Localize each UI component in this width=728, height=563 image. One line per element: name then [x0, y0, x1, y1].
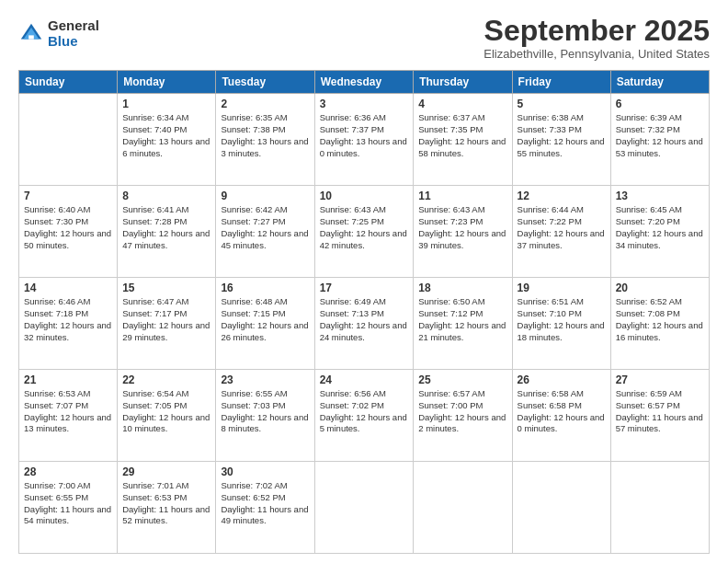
day-info: Sunrise: 7:02 AM Sunset: 6:52 PM Dayligh…: [221, 480, 309, 527]
sunset-label: Sunset: 6:57 PM: [616, 400, 680, 410]
day-info: Sunrise: 6:39 AM Sunset: 7:32 PM Dayligh…: [616, 112, 704, 159]
sunrise-label: Sunrise: 6:49 AM: [320, 296, 386, 306]
sunset-label: Sunset: 7:27 PM: [221, 216, 285, 226]
sunrise-label: Sunrise: 6:59 AM: [616, 388, 682, 398]
table-row: 8 Sunrise: 6:41 AM Sunset: 7:28 PM Dayli…: [118, 186, 216, 278]
col-sunday: Sunday: [19, 71, 118, 94]
col-thursday: Thursday: [414, 71, 512, 94]
day-info: Sunrise: 6:41 AM Sunset: 7:28 PM Dayligh…: [122, 204, 210, 251]
sunset-label: Sunset: 7:28 PM: [122, 216, 187, 226]
day-info: Sunrise: 6:58 AM Sunset: 6:58 PM Dayligh…: [518, 388, 606, 435]
day-info: Sunrise: 6:49 AM Sunset: 7:13 PM Dayligh…: [320, 296, 409, 343]
day-info: Sunrise: 6:50 AM Sunset: 7:12 PM Dayligh…: [418, 296, 506, 343]
day-info: Sunrise: 6:51 AM Sunset: 7:10 PM Dayligh…: [518, 296, 606, 343]
sunset-label: Sunset: 7:38 PM: [221, 124, 285, 134]
sunset-label: Sunset: 7:23 PM: [418, 216, 483, 226]
daylight-label: Daylight: 12 hours and 50 minutes.: [24, 228, 111, 250]
daylight-label: Daylight: 12 hours and 55 minutes.: [518, 136, 605, 158]
table-row: 1 Sunrise: 6:34 AM Sunset: 7:40 PM Dayli…: [118, 94, 216, 186]
day-number: 15: [122, 282, 210, 294]
col-monday: Monday: [118, 71, 216, 94]
sunset-label: Sunset: 7:18 PM: [24, 308, 88, 318]
day-number: 5: [518, 98, 606, 110]
table-row: 30 Sunrise: 7:02 AM Sunset: 6:52 PM Dayl…: [216, 462, 314, 554]
table-row: 10 Sunrise: 6:43 AM Sunset: 7:25 PM Dayl…: [314, 186, 414, 278]
day-number: 8: [122, 190, 210, 202]
day-number: 26: [518, 373, 606, 386]
day-info: Sunrise: 6:35 AM Sunset: 7:38 PM Dayligh…: [221, 112, 309, 159]
sunset-label: Sunset: 7:12 PM: [418, 308, 483, 318]
day-number: 23: [221, 373, 309, 386]
logo: General Blue: [18, 18, 99, 49]
sunset-label: Sunset: 7:15 PM: [221, 308, 285, 318]
day-number: 27: [616, 373, 704, 386]
daylight-label: Daylight: 12 hours and 58 minutes.: [418, 136, 506, 158]
daylight-label: Daylight: 11 hours and 49 minutes.: [221, 504, 308, 526]
day-info: Sunrise: 6:57 AM Sunset: 7:00 PM Dayligh…: [418, 388, 506, 435]
day-info: Sunrise: 6:52 AM Sunset: 7:08 PM Dayligh…: [616, 296, 704, 343]
sunrise-label: Sunrise: 6:39 AM: [616, 112, 682, 122]
table-row: 5 Sunrise: 6:38 AM Sunset: 7:33 PM Dayli…: [512, 94, 610, 186]
table-row: 12 Sunrise: 6:44 AM Sunset: 7:22 PM Dayl…: [512, 186, 610, 278]
day-number: 28: [24, 465, 112, 478]
day-number: 25: [418, 373, 506, 386]
sunrise-label: Sunrise: 6:45 AM: [616, 204, 682, 214]
month-title: September 2025: [483, 15, 710, 47]
table-row: 23 Sunrise: 6:55 AM Sunset: 7:03 PM Dayl…: [216, 370, 314, 462]
col-tuesday: Tuesday: [216, 71, 314, 94]
sunset-label: Sunset: 7:10 PM: [518, 308, 582, 318]
daylight-label: Daylight: 13 hours and 6 minutes.: [122, 136, 210, 158]
day-number: 3: [320, 98, 409, 110]
daylight-label: Daylight: 12 hours and 37 minutes.: [518, 228, 605, 250]
sunset-label: Sunset: 7:13 PM: [320, 308, 384, 318]
table-row: [414, 462, 512, 554]
logo-icon: [18, 21, 44, 47]
table-row: 22 Sunrise: 6:54 AM Sunset: 7:05 PM Dayl…: [118, 370, 216, 462]
sunrise-label: Sunrise: 6:40 AM: [24, 204, 90, 214]
day-number: 17: [320, 282, 409, 294]
sunrise-label: Sunrise: 7:00 AM: [24, 480, 90, 490]
table-row: 29 Sunrise: 7:01 AM Sunset: 6:53 PM Dayl…: [118, 462, 216, 554]
sunrise-label: Sunrise: 6:38 AM: [518, 112, 584, 122]
table-row: 2 Sunrise: 6:35 AM Sunset: 7:38 PM Dayli…: [216, 94, 314, 186]
sunrise-label: Sunrise: 6:41 AM: [122, 204, 188, 214]
table-row: 11 Sunrise: 6:43 AM Sunset: 7:23 PM Dayl…: [414, 186, 512, 278]
sunrise-label: Sunrise: 6:36 AM: [320, 112, 386, 122]
daylight-label: Daylight: 12 hours and 39 minutes.: [418, 228, 506, 250]
table-row: [19, 94, 118, 186]
day-info: Sunrise: 6:47 AM Sunset: 7:17 PM Dayligh…: [122, 296, 210, 343]
sunset-label: Sunset: 6:58 PM: [518, 400, 582, 410]
title-section: September 2025 Elizabethville, Pennsylva…: [483, 15, 710, 61]
table-row: 7 Sunrise: 6:40 AM Sunset: 7:30 PM Dayli…: [19, 186, 118, 278]
day-number: 22: [122, 373, 210, 386]
sunrise-label: Sunrise: 6:54 AM: [122, 388, 188, 398]
day-number: 2: [221, 98, 309, 110]
daylight-label: Daylight: 12 hours and 26 minutes.: [221, 320, 308, 342]
table-row: 26 Sunrise: 6:58 AM Sunset: 6:58 PM Dayl…: [512, 370, 610, 462]
sunrise-label: Sunrise: 6:55 AM: [221, 388, 287, 398]
table-row: 18 Sunrise: 6:50 AM Sunset: 7:12 PM Dayl…: [414, 278, 512, 370]
table-row: 17 Sunrise: 6:49 AM Sunset: 7:13 PM Dayl…: [314, 278, 414, 370]
day-info: Sunrise: 6:45 AM Sunset: 7:20 PM Dayligh…: [616, 204, 704, 251]
sunset-label: Sunset: 7:32 PM: [616, 124, 680, 134]
day-number: 6: [616, 98, 704, 110]
sunset-label: Sunset: 7:03 PM: [221, 400, 285, 410]
calendar-week-row: 7 Sunrise: 6:40 AM Sunset: 7:30 PM Dayli…: [19, 186, 710, 278]
sunrise-label: Sunrise: 7:02 AM: [221, 480, 287, 490]
day-number: 7: [24, 190, 112, 202]
table-row: 9 Sunrise: 6:42 AM Sunset: 7:27 PM Dayli…: [216, 186, 314, 278]
daylight-label: Daylight: 12 hours and 0 minutes.: [518, 412, 605, 434]
day-number: 12: [518, 190, 606, 202]
day-info: Sunrise: 6:56 AM Sunset: 7:02 PM Dayligh…: [320, 388, 409, 435]
day-info: Sunrise: 6:59 AM Sunset: 6:57 PM Dayligh…: [616, 388, 704, 435]
table-row: 28 Sunrise: 7:00 AM Sunset: 6:55 PM Dayl…: [19, 462, 118, 554]
page: General Blue September 2025 Elizabethvil…: [0, 0, 728, 563]
sunrise-label: Sunrise: 6:46 AM: [24, 296, 90, 306]
calendar: Sunday Monday Tuesday Wednesday Thursday…: [18, 70, 710, 554]
day-number: 10: [320, 190, 409, 202]
col-saturday: Saturday: [610, 71, 709, 94]
sunrise-label: Sunrise: 6:34 AM: [122, 112, 188, 122]
table-row: 13 Sunrise: 6:45 AM Sunset: 7:20 PM Dayl…: [610, 186, 709, 278]
day-number: 9: [221, 190, 309, 202]
day-number: 18: [418, 282, 506, 294]
